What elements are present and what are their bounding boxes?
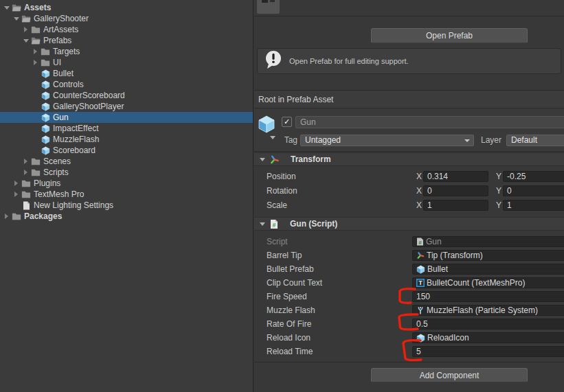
fire-speed-field[interactable]: 150 xyxy=(412,291,564,302)
rotation-y-field[interactable]: 0 xyxy=(503,185,564,196)
tree-item-label: ImpactEffect xyxy=(53,123,98,134)
tree-item-muzzleflash[interactable]: MuzzleFlash xyxy=(0,134,253,145)
scale-y-field[interactable]: 1 xyxy=(503,200,564,211)
tree-item-scenes[interactable]: Scenes xyxy=(0,156,253,167)
bullet-prefab-field[interactable]: Bullet xyxy=(412,264,564,275)
expander-open-icon[interactable] xyxy=(21,39,30,43)
tree-item-label: Scoreboard xyxy=(53,145,95,156)
expander-closed-icon[interactable] xyxy=(12,192,21,197)
reload-time-field[interactable]: 5 xyxy=(412,346,564,357)
asset-preview-thumbnail xyxy=(257,0,280,14)
csharp-script-icon: # xyxy=(269,219,279,229)
foldout-arrow-icon[interactable] xyxy=(260,222,265,226)
tree-item-ui[interactable]: UI xyxy=(0,57,253,68)
tree-item-targets[interactable]: Targets xyxy=(0,46,253,57)
svg-text:#: # xyxy=(418,240,422,246)
tree-item-label: Packages xyxy=(24,211,62,222)
expander-open-icon[interactable] xyxy=(2,6,11,10)
tree-item-gun[interactable]: Gun xyxy=(0,112,253,123)
field-value: MuzzleFlash (Particle System) xyxy=(427,305,538,315)
tag-dropdown[interactable]: Untagged xyxy=(300,135,474,146)
divider xyxy=(254,16,564,16)
clip-count-text-field[interactable]: TBulletCount (TextMeshPro) xyxy=(412,277,564,288)
folder-icon xyxy=(30,168,41,176)
script-row-label-reload-icon: Reload Icon xyxy=(267,332,311,343)
tree-item-assets[interactable]: Assets xyxy=(0,2,253,13)
rate-of-fire-field[interactable]: 0.5 xyxy=(412,319,564,330)
folder-open-icon xyxy=(11,3,22,12)
tree-item-controls[interactable]: Controls xyxy=(0,79,253,90)
tree-item-label: GalleryShootPlayer xyxy=(53,101,124,112)
script-icon: # xyxy=(416,238,424,246)
expander-closed-icon[interactable] xyxy=(31,49,40,54)
prefab-icon xyxy=(416,265,425,274)
tag-label: Tag xyxy=(282,135,297,146)
open-prefab-button[interactable]: Open Prefab xyxy=(371,28,528,43)
gameobject-name-field[interactable]: Gun xyxy=(295,116,564,128)
prefab-icon xyxy=(40,124,51,133)
field-value: Bullet xyxy=(427,264,448,274)
tree-item-plugins[interactable]: Plugins xyxy=(0,178,253,189)
unity-editor-window: AssetsGalleryShooterArtAssetsPrefabsTarg… xyxy=(0,0,564,392)
tree-item-prefabs[interactable]: Prefabs xyxy=(0,35,253,46)
tree-item-artassets[interactable]: ArtAssets xyxy=(0,24,253,35)
tree-item-impacteffect[interactable]: ImpactEffect xyxy=(0,123,253,134)
script-row-label-clip-count-text: Clip Count Text xyxy=(267,277,322,288)
expander-closed-icon[interactable] xyxy=(21,27,30,32)
expander-closed-icon[interactable] xyxy=(21,170,30,175)
position-y-field[interactable]: -0.25 xyxy=(503,171,564,182)
tree-item-counterscoreboard[interactable]: CounterScoreboard xyxy=(0,90,253,101)
add-component-button[interactable]: Add Component xyxy=(371,368,528,382)
gun-script-component-header[interactable]: # Gun (Script) xyxy=(254,217,564,231)
tree-item-new-lighting-settings[interactable]: New Lighting Settings xyxy=(0,200,253,211)
tree-item-label: Scenes xyxy=(43,156,71,167)
folder-icon xyxy=(40,47,51,56)
transform-title: Transform xyxy=(291,154,331,164)
tree-item-label: TextMesh Pro xyxy=(34,189,84,200)
tree-item-label: Plugins xyxy=(34,178,60,189)
expander-closed-icon[interactable] xyxy=(21,159,30,164)
prefab-icon xyxy=(416,334,425,343)
transform-icon xyxy=(269,154,280,165)
svg-text:T: T xyxy=(418,279,422,286)
tree-item-scripts[interactable]: Scripts xyxy=(0,167,253,178)
script-row-label-script: Script xyxy=(267,236,288,247)
tree-item-galleryshooter[interactable]: GalleryShooter xyxy=(0,13,253,24)
prefab-icon xyxy=(40,135,51,144)
muzzle-flash-field[interactable]: MuzzleFlash (Particle System) xyxy=(412,305,564,316)
position-x-field[interactable]: 0.314 xyxy=(423,171,488,182)
rotation-x-field[interactable]: 0 xyxy=(423,185,488,196)
prefab-icon xyxy=(40,102,51,111)
divider xyxy=(254,362,564,362)
reload-icon-field[interactable]: ReloadIcon xyxy=(412,332,564,343)
layer-label: Layer xyxy=(481,135,504,146)
tree-item-packages[interactable]: Packages xyxy=(0,211,253,222)
transform-component-header[interactable]: Transform xyxy=(254,152,564,166)
expander-closed-icon[interactable] xyxy=(2,214,11,219)
script-row-label-bullet-prefab: Bullet Prefab xyxy=(267,264,314,275)
prefab-menu-chevron-icon[interactable] xyxy=(270,136,275,139)
tree-item-bullet[interactable]: Bullet xyxy=(0,68,253,79)
tree-item-textmesh-pro[interactable]: TextMesh Pro xyxy=(0,189,253,200)
barrel-tip-field[interactable]: Tip (Transform) xyxy=(412,250,564,261)
active-checkbox[interactable]: ✓ xyxy=(282,117,292,127)
tree-item-scoreboard[interactable]: Scoreboard xyxy=(0,145,253,156)
layer-dropdown[interactable]: Default xyxy=(506,135,564,146)
folder-open-icon xyxy=(30,36,41,45)
script-row-label-reload-time: Reload Time xyxy=(267,346,313,357)
scale-x-field[interactable]: 1 xyxy=(423,200,488,211)
script-row-label-barrel-tip: Barrel Tip xyxy=(267,250,302,261)
prefab-icon xyxy=(40,69,51,78)
expander-closed-icon[interactable] xyxy=(12,181,21,186)
tree-item-galleryshootplayer[interactable]: GalleryShootPlayer xyxy=(0,101,253,112)
helpbox-text: Open Prefab for full editing support. xyxy=(289,57,409,65)
field-value: BulletCount (TextMeshPro) xyxy=(427,278,525,288)
script-field[interactable]: #Gun xyxy=(412,236,564,247)
prefab-icon xyxy=(40,80,51,89)
script-row-label-rate-of-fire: Rate Of Fire xyxy=(267,319,311,330)
field-value: ReloadIcon xyxy=(427,333,469,343)
foldout-arrow-icon[interactable] xyxy=(260,158,265,161)
expander-open-icon[interactable] xyxy=(12,17,21,21)
field-value: 150 xyxy=(416,292,430,301)
expander-closed-icon[interactable] xyxy=(31,60,40,65)
